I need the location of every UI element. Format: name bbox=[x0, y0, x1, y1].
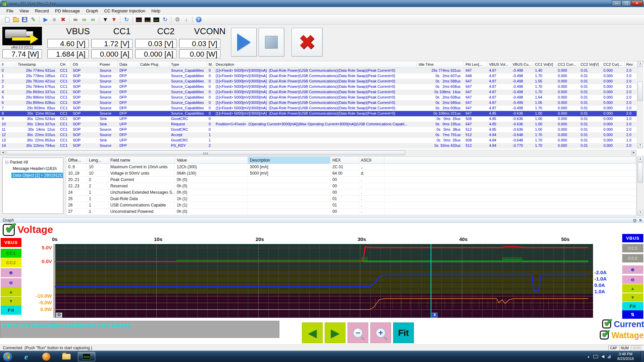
column-header[interactable]: CC2 Cur[... bbox=[602, 61, 625, 68]
column-header[interactable]: VBUS Cu... bbox=[511, 61, 533, 68]
column-header[interactable]: Data bbox=[118, 61, 139, 68]
cursor-o-tag[interactable]: O bbox=[56, 312, 62, 318]
taskbar-item-media[interactable] bbox=[38, 352, 55, 361]
field-column-header[interactable]: Description bbox=[248, 157, 330, 164]
graph-right-button-▼[interactable]: ▼ bbox=[622, 293, 643, 302]
graph-left-button-fit[interactable]: Fit bbox=[1, 306, 21, 315]
field-row[interactable]: 0..910Maximum Current in 10mA units12Ch … bbox=[66, 164, 636, 170]
column-header[interactable]: Rev bbox=[625, 61, 634, 68]
field-row[interactable]: 251Dual-Role Data1h (1)01. bbox=[66, 196, 636, 202]
open-file-icon[interactable] bbox=[12, 16, 20, 24]
column-header[interactable]: OS bbox=[71, 61, 98, 68]
start-button[interactable] bbox=[3, 352, 13, 362]
settings-icon[interactable]: ⚙ bbox=[173, 16, 181, 24]
display-icon[interactable] bbox=[593, 355, 598, 358]
save-icon[interactable] bbox=[20, 16, 29, 24]
refresh-icon[interactable]: ↻ bbox=[122, 16, 130, 24]
graph-right-button-⇅[interactable]: ⇅ bbox=[622, 310, 643, 319]
abort-button[interactable]: ✖ bbox=[291, 28, 322, 56]
table-row[interactable]: 1130s 14ms 12usCC1SOPSourceDFPGoodCRC00s… bbox=[0, 127, 637, 132]
field-column-header[interactable]: Value bbox=[175, 157, 248, 164]
waveform-plot[interactable] bbox=[54, 244, 593, 318]
table-row[interactable]: 930s 12ms 624usCC1SOPSinkUFPGoodCRC00s 0… bbox=[0, 116, 637, 122]
menu-item-record[interactable]: Record bbox=[32, 7, 52, 14]
column-header[interactable]: Pkt Len[... bbox=[464, 61, 487, 68]
search-icon[interactable]: ∞ bbox=[71, 16, 79, 24]
table-row[interactable]: 1030s 13ms 327usCC1SOPSinkUFPRequest0Pos… bbox=[0, 122, 637, 127]
table-row[interactable]: 1230s 22ms 315usCC1SOPSourceDFPAccept10s… bbox=[0, 132, 637, 138]
detail-scrollbar[interactable]: ▲ ▼ bbox=[637, 157, 643, 216]
taskbar-item-browser[interactable]: e bbox=[17, 352, 35, 361]
filter-clear-icon[interactable]: ▼ bbox=[110, 16, 118, 24]
column-header[interactable]: CC1 Vol[V] bbox=[533, 61, 556, 68]
chart-green-icon[interactable] bbox=[152, 16, 160, 24]
run-capture-icon[interactable]: ▶ bbox=[42, 16, 50, 24]
menu-item-graph[interactable]: Graph bbox=[83, 7, 101, 14]
column-header[interactable]: Description bbox=[214, 61, 417, 68]
fit-button[interactable]: Fit bbox=[393, 322, 414, 343]
field-row[interactable]: 261USB Communications Capable1h (1)01. bbox=[66, 202, 636, 208]
graph-left-button-▲[interactable]: ▲ bbox=[1, 287, 21, 296]
voltage-checkbox[interactable]: ✔ bbox=[3, 224, 15, 236]
column-header[interactable]: M. bbox=[207, 61, 214, 68]
graph-right-button-vbus[interactable]: VBUS bbox=[622, 234, 643, 242]
field-column-header[interactable]: HEX bbox=[330, 157, 359, 164]
column-header[interactable]: Idle Time bbox=[417, 61, 464, 68]
menu-item-view[interactable]: View bbox=[16, 7, 32, 14]
table-row[interactable]: 1330s 22ms 853usCC1SOPSinkUFPGoodCRC10s … bbox=[0, 138, 637, 143]
close-panel-icon[interactable]: ✕ bbox=[639, 218, 642, 223]
search-next-icon[interactable]: ∞ bbox=[80, 16, 88, 24]
network-icon[interactable] bbox=[608, 355, 610, 358]
menu-item-file[interactable]: File bbox=[3, 7, 16, 14]
help-icon[interactable]: ? bbox=[195, 16, 203, 24]
column-header[interactable]: CC1 Curr... bbox=[556, 61, 579, 68]
field-row[interactable]: 271Unconstrained Powered0h (0)00. bbox=[66, 208, 636, 215]
table-row[interactable]: 729s 903ms 83usCC1SOPSourceDFPSource_Cap… bbox=[0, 106, 637, 111]
field-row[interactable]: 10..1910Voltage in 50mV units064h (100)5… bbox=[66, 170, 636, 177]
column-header[interactable]: Power bbox=[98, 61, 118, 68]
graph-right-button-fit[interactable]: Fit bbox=[622, 302, 643, 310]
scroll-right-button[interactable]: ▶ bbox=[325, 322, 345, 343]
graph-right-button-⊖[interactable]: ⊖ bbox=[622, 276, 643, 284]
export-icon[interactable]: ↓ bbox=[182, 16, 190, 24]
wattage-checkbox[interactable]: ✔ bbox=[600, 330, 609, 340]
column-header[interactable]: Type bbox=[169, 61, 207, 68]
chart-red-icon[interactable] bbox=[135, 16, 143, 24]
tree-collapse-icon[interactable]: − bbox=[5, 161, 8, 164]
zoom-in-button[interactable]: + bbox=[370, 322, 391, 343]
filter-icon[interactable]: ▼ bbox=[101, 16, 109, 24]
field-column-header[interactable]: ASCII bbox=[359, 157, 384, 164]
graph-left-button-cc1[interactable]: CC1 bbox=[1, 249, 21, 258]
field-column-header[interactable]: Field name bbox=[108, 157, 175, 164]
show-desktop-button[interactable] bbox=[641, 351, 644, 362]
field-row[interactable]: 241Unchunked Extended Messages S...0h (0… bbox=[66, 189, 636, 196]
column-header[interactable]: VBUS Vol... bbox=[487, 61, 511, 68]
pin-icon[interactable] bbox=[633, 219, 636, 222]
table-row[interactable]: 229s 781ms 421usCC1SOPSourceDFPSource_Ca… bbox=[0, 79, 637, 84]
search-prev-icon[interactable]: ∞ bbox=[89, 16, 97, 24]
table-row[interactable]: 129s 778ms 185usCC1SOPSourceDFPSource_Ca… bbox=[0, 73, 637, 79]
graph-right-button-⊕[interactable]: ⊕ bbox=[622, 265, 643, 274]
tree-root-item[interactable]: −Packet #8 bbox=[3, 160, 63, 165]
volume-icon[interactable] bbox=[601, 355, 604, 358]
graph-left-button-⊖[interactable]: ⊖ bbox=[1, 278, 21, 287]
tray-expand-icon[interactable]: ▲ bbox=[587, 355, 590, 358]
graph-right-button-▲[interactable]: ▲ bbox=[622, 284, 643, 293]
column-header[interactable]: Cable Plug bbox=[139, 61, 169, 68]
table-row[interactable]: 029s 774ms 931usCC1SOPSourceDFPSource_Ca… bbox=[0, 68, 637, 73]
maximize-button[interactable]: ❐ bbox=[622, 0, 631, 6]
table-row[interactable]: 1430s 115ms 794usCC1SOPSourceDFPPS_RDY20… bbox=[0, 143, 637, 148]
graph-left-button-cc2[interactable]: CC2 bbox=[1, 258, 21, 267]
graph-left-button-▼[interactable]: ▼ bbox=[1, 297, 21, 306]
table-row[interactable]: 329s 784ms 676usCC1SOPSourceDFPSource_Ca… bbox=[0, 84, 637, 89]
menu-item-pd-message[interactable]: PD Message bbox=[52, 7, 83, 14]
taskbar-clock[interactable]: 3:48 PM 8/23/2018 bbox=[612, 352, 639, 361]
field-column-header[interactable]: Offse... bbox=[66, 157, 87, 164]
minimize-button[interactable]: — bbox=[612, 0, 621, 6]
tree-item[interactable]: Data Object [1] = 2601912Ch bbox=[11, 173, 63, 178]
menu-item-cc-register-injection[interactable]: CC Register Injection bbox=[101, 7, 148, 14]
pause-capture-icon[interactable]: ■ bbox=[50, 16, 58, 24]
taskbar-item-pd-app[interactable] bbox=[78, 352, 95, 361]
column-header[interactable]: # bbox=[0, 61, 16, 68]
table-row[interactable]: 629s 899ms 828usCC1SOPSourceDFPSource_Ca… bbox=[0, 100, 637, 106]
